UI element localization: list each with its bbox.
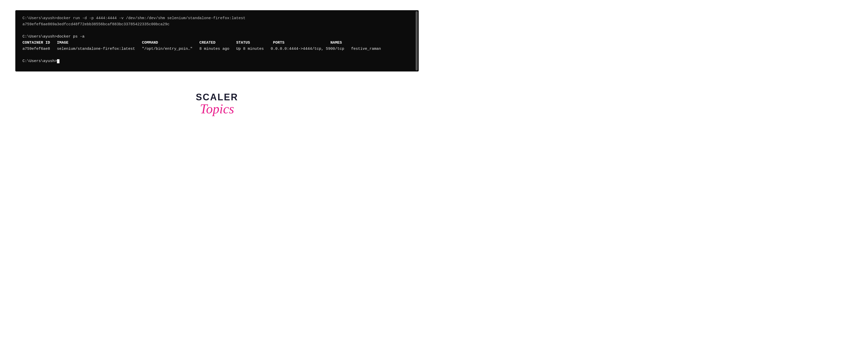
terminal-header-line: CONTAINER ID IMAGE COMMAND CREATED STATU… [23, 40, 411, 46]
terminal-line: C:\Users\ayush>docker run -d -p 4444:444… [23, 15, 411, 22]
scaler-wordmark: SCALER [196, 92, 238, 103]
terminal-window: C:\Users\ayush>docker run -d -p 4444:444… [15, 10, 419, 71]
terminal-line: C:\Users\ayush>docker ps -a [23, 34, 411, 40]
topics-wordmark: Topics [200, 102, 234, 116]
terminal-line [23, 52, 411, 58]
terminal-line [23, 28, 411, 34]
scaler-logo: SCALER Topics [196, 92, 238, 116]
scrollbar[interactable] [415, 11, 418, 70]
cursor-block [57, 59, 60, 63]
terminal-line: a759efef6ae8 selenium/standalone-firefox… [23, 46, 411, 52]
terminal-prompt-line: C:\Users\ayush> [23, 58, 411, 64]
terminal-line: a759efef6ae869a3edfccd48f72ebb38556bcaf8… [23, 22, 411, 28]
